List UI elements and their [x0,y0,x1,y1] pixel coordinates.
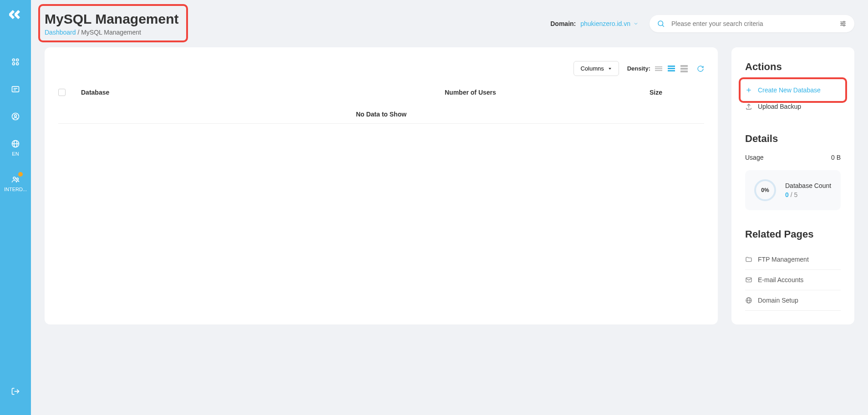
svg-point-22 [843,25,845,26]
search-icon [657,20,665,28]
db-count-current: 0 [785,191,789,198]
svg-point-0 [12,59,15,61]
svg-point-2 [12,63,15,65]
density-compact[interactable] [654,66,663,72]
related-ftp[interactable]: FTP Management [745,249,841,270]
sidebar-item-users[interactable]: INTERD... [0,166,31,201]
breadcrumb-current: MySQL Management [81,29,141,36]
sidebar-item-logout[interactable] [11,378,20,407]
sidebar-item-apps[interactable] [0,48,31,76]
domain-value: phukienzero.id.vn [580,20,630,27]
search-input[interactable] [671,20,839,27]
sidebar: EN INTERD... [0,0,31,415]
details-title: Details [745,133,841,145]
sidebar-item-language[interactable]: EN [0,130,31,166]
svg-point-8 [15,115,17,117]
caret-down-icon [608,66,612,71]
sidebar-item-profile[interactable] [0,103,31,130]
folder-icon [745,256,752,263]
logo[interactable] [8,8,23,21]
usage-value: 0 B [831,154,841,161]
col-header-database[interactable]: Database [81,89,445,96]
density-label: Density: [627,65,650,72]
search-box [650,15,854,32]
upload-icon [745,103,752,110]
filter-settings-icon[interactable] [839,20,847,28]
svg-point-3 [16,63,19,65]
no-data-message: No Data to Show [58,100,704,124]
density-medium[interactable] [667,65,676,72]
usage-percent: 0% [754,179,776,201]
user-label: INTERD... [4,187,27,192]
select-all-checkbox[interactable] [58,89,66,96]
svg-point-18 [843,21,845,23]
database-table-card: Columns Density: Database [45,47,718,324]
globe-icon [745,297,752,304]
svg-point-13 [16,178,18,180]
svg-point-12 [13,177,15,179]
svg-line-16 [662,25,664,27]
create-database-button[interactable]: Create New Database [745,82,841,98]
upload-backup-button[interactable]: Upload Backup [745,98,841,115]
database-count-card: 0% Database Count 0 / 5 [745,170,841,210]
related-domain[interactable]: Domain Setup [745,290,841,311]
columns-button[interactable]: Columns [574,61,619,76]
domain-selector[interactable]: Domain: phukienzero.id.vn [550,20,639,27]
domain-label: Domain: [550,20,576,27]
db-count-max: 5 [794,191,797,198]
actions-title: Actions [745,61,841,73]
refresh-icon[interactable] [697,65,704,72]
chevron-down-icon [633,21,639,26]
related-title: Related Pages [745,228,841,240]
side-panel: Actions Create New Database Upload Backu… [731,47,854,324]
related-email[interactable]: E-mail Accounts [745,270,841,290]
usage-label: Usage [745,154,763,161]
col-header-users[interactable]: Number of Users [445,89,650,96]
database-table: Database Number of Users Size No Data to… [58,85,704,124]
page-title: MySQL Management [45,11,179,27]
svg-marker-23 [609,68,611,70]
col-header-size[interactable]: Size [650,89,704,96]
svg-point-15 [658,21,663,26]
page-header: MySQL Management Dashboard / MySQL Manag… [31,0,868,47]
language-label: EN [12,151,19,157]
svg-rect-4 [12,86,19,92]
db-count-label: Database Count [785,182,831,189]
svg-point-1 [16,59,19,61]
mail-icon [745,276,752,283]
notification-dot-icon [18,172,23,177]
sidebar-item-messages[interactable] [0,76,31,103]
usage-row: Usage 0 B [745,154,841,161]
breadcrumb: Dashboard / MySQL Management [45,29,179,36]
plus-icon [745,86,752,94]
density-large[interactable] [680,64,689,73]
density-control: Density: [627,64,689,73]
breadcrumb-dashboard[interactable]: Dashboard [45,29,76,36]
svg-point-20 [841,23,843,25]
